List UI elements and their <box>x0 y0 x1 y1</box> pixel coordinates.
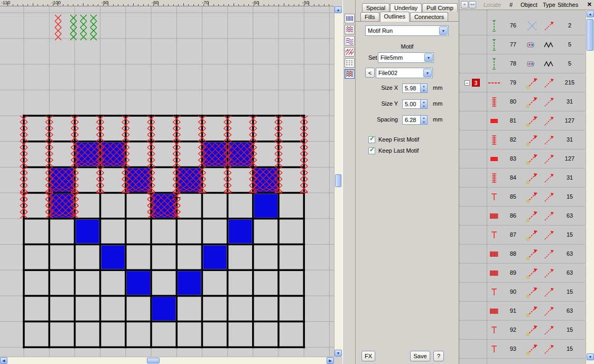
horizontal-scroll-thumb[interactable] <box>147 358 160 363</box>
spin-down-icon[interactable]: ▾ <box>421 120 427 124</box>
scroll-up-icon[interactable]: ▲ <box>587 11 594 17</box>
ruler-tick <box>214 4 214 6</box>
runsmall-type-icon <box>543 134 555 146</box>
tab-pull-comp[interactable]: Pull Comp <box>422 3 458 12</box>
keep-last-motif-checkbox-row[interactable]: ✓Keep Last Motif <box>368 146 419 155</box>
collapse-group-button[interactable]: − <box>465 80 470 86</box>
motif-fill-icon[interactable] <box>345 47 355 57</box>
column-header-object: Object <box>521 2 537 8</box>
canvas-horizontal-scrollbar[interactable]: ◀ ▶ <box>0 357 334 364</box>
ruler-tick <box>299 4 299 6</box>
spin-up-icon[interactable]: ▴ <box>421 84 427 88</box>
object-row-88[interactable]: 8863 <box>459 245 585 264</box>
spacing-input[interactable]: 6.28▴▾ <box>402 115 428 125</box>
color-group-badge[interactable]: 3 <box>472 79 480 87</box>
runarrow-object-icon <box>526 324 540 337</box>
close-panel-button[interactable]: ✕ <box>587 1 592 8</box>
spacing-spinner[interactable]: ▴▾ <box>420 116 427 124</box>
object-row-89[interactable]: 8963 <box>459 264 585 283</box>
satin-fill-icon[interactable] <box>345 14 355 23</box>
keep-first-motif-checkbox-row[interactable]: ✓Keep First Motif <box>368 135 419 144</box>
size-y-value[interactable]: 5.00 <box>405 101 416 107</box>
size-x-input[interactable]: 5.98▴▾ <box>402 83 428 93</box>
motif-file-select[interactable]: File002 ▼ <box>376 68 433 78</box>
vertical-scroll-thumb[interactable] <box>335 174 341 187</box>
scroll-up-icon[interactable]: ▲ <box>335 6 342 13</box>
object-row-87[interactable]: 8715 <box>459 226 585 245</box>
checkmark-icon: ✓ <box>369 146 375 153</box>
dropdown-arrow-icon[interactable]: ▼ <box>423 69 432 77</box>
keep-last-motif-checkbox[interactable]: ✓ <box>368 147 375 154</box>
tab-connectors[interactable]: Connectors <box>410 12 448 21</box>
object-row-78[interactable]: 785 <box>459 54 585 73</box>
size-y-input[interactable]: 5.00▴▾ <box>402 99 428 109</box>
scroll-down-icon[interactable]: ▼ <box>335 350 342 357</box>
runarrow-object-icon <box>526 115 540 127</box>
object-row-82[interactable]: 8231 <box>459 130 585 150</box>
ruler-label: -80 <box>152 0 159 5</box>
dropdown-arrow-icon[interactable]: ▼ <box>439 26 448 35</box>
dropdown-arrow-icon[interactable]: ▼ <box>424 53 433 62</box>
runsmall-type-icon <box>543 248 555 260</box>
runsmall-type-icon <box>543 191 555 203</box>
stitch-count: 63 <box>559 307 580 314</box>
design-canvas[interactable] <box>0 6 334 357</box>
stitch-type-select[interactable]: Motif Run ▼ <box>365 25 449 36</box>
tab-outlines[interactable]: Outlines <box>380 12 410 22</box>
previous-object-button[interactable]: « <box>461 1 468 8</box>
program-split-icon[interactable] <box>345 36 355 45</box>
object-row-92[interactable]: 9215 <box>459 321 585 340</box>
object-row-90[interactable]: 9015 <box>459 283 585 302</box>
save-button[interactable]: Save <box>410 351 430 361</box>
runsmall-type-icon <box>543 172 555 184</box>
zigzag-type-icon <box>543 39 555 51</box>
size-x-value[interactable]: 5.98 <box>405 85 416 91</box>
ruler-tick <box>118 4 118 6</box>
object-row-91[interactable]: 9163 <box>459 302 585 321</box>
jump-object-icon <box>526 20 540 32</box>
object-row-84[interactable]: 8431 <box>459 169 585 188</box>
design-canvas-pane: -110-100-90-80-70-60-50 ▲ ▼ ◀ ▶ <box>0 0 342 364</box>
spin-down-icon[interactable]: ▾ <box>421 88 427 92</box>
fx-button[interactable]: FX <box>361 351 375 361</box>
object-list-scrollbar[interactable]: ▲ ▼ <box>586 10 594 364</box>
next-object-button[interactable]: »« <box>469 1 476 8</box>
size-y-spinner[interactable]: ▴▾ <box>420 100 427 108</box>
scroll-right-icon[interactable]: ▶ <box>327 357 334 364</box>
canvas-vertical-scrollbar[interactable]: ▲ ▼ <box>334 6 342 357</box>
tab-special[interactable]: Special <box>362 3 389 12</box>
object-row-85[interactable]: 8515 <box>459 188 585 207</box>
object-row-77[interactable]: 775 <box>459 35 585 54</box>
spin-up-icon[interactable]: ▴ <box>421 116 427 120</box>
spin-up-icon[interactable]: ▴ <box>421 100 427 104</box>
list-scroll-thumb[interactable] <box>587 19 593 51</box>
ruler-tick <box>27 4 28 6</box>
tatami-fill-icon[interactable] <box>345 25 355 34</box>
runsmall-type-icon <box>543 153 555 165</box>
keep-first-motif-checkbox[interactable]: ✓ <box>368 136 375 143</box>
runarrow-object-icon <box>526 286 540 298</box>
object-row-80[interactable]: 8031 <box>459 92 585 111</box>
spacing-value[interactable]: 6.28 <box>405 117 416 123</box>
object-number: 82 <box>502 136 516 143</box>
object-row-93[interactable]: 9315 <box>459 340 585 359</box>
object-row-79[interactable]: −379215 <box>459 73 585 92</box>
help-button[interactable]: ? <box>433 351 444 361</box>
motif-run-icon[interactable] <box>345 69 355 79</box>
previous-motif-button[interactable]: < <box>365 68 375 78</box>
stitch-count: 31 <box>559 98 580 105</box>
ruler-tick <box>48 4 48 6</box>
run-stitch-icon[interactable] <box>345 58 355 68</box>
size-x-spinner[interactable]: ▴▾ <box>420 84 427 92</box>
runsmall-type-icon <box>543 343 555 356</box>
tab-fills[interactable]: Fills <box>360 12 379 21</box>
object-row-83[interactable]: 83127 <box>459 150 585 169</box>
scroll-down-icon[interactable]: ▼ <box>587 353 594 360</box>
spin-down-icon[interactable]: ▾ <box>421 104 427 108</box>
tab-underlay[interactable]: Underlay <box>390 3 422 12</box>
scroll-left-icon[interactable]: ◀ <box>0 357 7 364</box>
object-row-86[interactable]: 8663 <box>459 207 585 226</box>
object-row-81[interactable]: 81127 <box>459 111 585 130</box>
object-row-76[interactable]: 762 <box>459 16 585 35</box>
motif-set-select[interactable]: File5mm ▼ <box>378 52 434 63</box>
